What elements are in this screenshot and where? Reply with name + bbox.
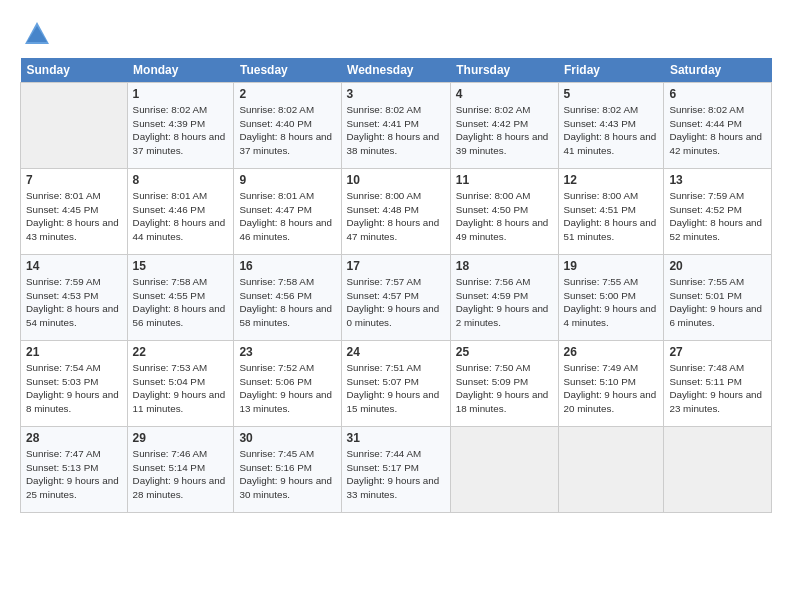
day-info: Sunrise: 8:01 AMSunset: 4:46 PMDaylight:… xyxy=(133,189,229,244)
calendar-cell: 15Sunrise: 7:58 AMSunset: 4:55 PMDayligh… xyxy=(127,255,234,341)
calendar-cell: 1Sunrise: 8:02 AMSunset: 4:39 PMDaylight… xyxy=(127,83,234,169)
day-info: Sunrise: 8:00 AMSunset: 4:50 PMDaylight:… xyxy=(456,189,553,244)
day-number: 4 xyxy=(456,87,553,101)
week-row-1: 1Sunrise: 8:02 AMSunset: 4:39 PMDaylight… xyxy=(21,83,772,169)
calendar-cell: 7Sunrise: 8:01 AMSunset: 4:45 PMDaylight… xyxy=(21,169,128,255)
calendar-cell: 30Sunrise: 7:45 AMSunset: 5:16 PMDayligh… xyxy=(234,427,341,513)
day-info: Sunrise: 8:01 AMSunset: 4:45 PMDaylight:… xyxy=(26,189,122,244)
day-info: Sunrise: 8:01 AMSunset: 4:47 PMDaylight:… xyxy=(239,189,335,244)
day-number: 31 xyxy=(347,431,445,445)
day-number: 29 xyxy=(133,431,229,445)
day-number: 23 xyxy=(239,345,335,359)
day-number: 17 xyxy=(347,259,445,273)
day-info: Sunrise: 7:49 AMSunset: 5:10 PMDaylight:… xyxy=(564,361,659,416)
day-info: Sunrise: 7:56 AMSunset: 4:59 PMDaylight:… xyxy=(456,275,553,330)
calendar-cell: 9Sunrise: 8:01 AMSunset: 4:47 PMDaylight… xyxy=(234,169,341,255)
day-number: 6 xyxy=(669,87,766,101)
calendar-cell xyxy=(558,427,664,513)
day-info: Sunrise: 7:51 AMSunset: 5:07 PMDaylight:… xyxy=(347,361,445,416)
col-header-sunday: Sunday xyxy=(21,58,128,83)
day-info: Sunrise: 7:47 AMSunset: 5:13 PMDaylight:… xyxy=(26,447,122,502)
day-number: 24 xyxy=(347,345,445,359)
day-info: Sunrise: 8:00 AMSunset: 4:51 PMDaylight:… xyxy=(564,189,659,244)
calendar-cell: 16Sunrise: 7:58 AMSunset: 4:56 PMDayligh… xyxy=(234,255,341,341)
week-row-3: 14Sunrise: 7:59 AMSunset: 4:53 PMDayligh… xyxy=(21,255,772,341)
day-info: Sunrise: 7:53 AMSunset: 5:04 PMDaylight:… xyxy=(133,361,229,416)
logo xyxy=(20,20,51,48)
calendar-table: SundayMondayTuesdayWednesdayThursdayFrid… xyxy=(20,58,772,513)
day-number: 1 xyxy=(133,87,229,101)
day-info: Sunrise: 7:57 AMSunset: 4:57 PMDaylight:… xyxy=(347,275,445,330)
calendar-cell: 20Sunrise: 7:55 AMSunset: 5:01 PMDayligh… xyxy=(664,255,772,341)
day-info: Sunrise: 7:59 AMSunset: 4:52 PMDaylight:… xyxy=(669,189,766,244)
day-number: 15 xyxy=(133,259,229,273)
day-info: Sunrise: 8:02 AMSunset: 4:42 PMDaylight:… xyxy=(456,103,553,158)
day-number: 19 xyxy=(564,259,659,273)
calendar-cell: 31Sunrise: 7:44 AMSunset: 5:17 PMDayligh… xyxy=(341,427,450,513)
day-number: 14 xyxy=(26,259,122,273)
day-info: Sunrise: 7:58 AMSunset: 4:56 PMDaylight:… xyxy=(239,275,335,330)
day-number: 26 xyxy=(564,345,659,359)
week-row-5: 28Sunrise: 7:47 AMSunset: 5:13 PMDayligh… xyxy=(21,427,772,513)
calendar-cell: 10Sunrise: 8:00 AMSunset: 4:48 PMDayligh… xyxy=(341,169,450,255)
day-number: 13 xyxy=(669,173,766,187)
day-number: 22 xyxy=(133,345,229,359)
calendar-cell: 22Sunrise: 7:53 AMSunset: 5:04 PMDayligh… xyxy=(127,341,234,427)
calendar-cell: 19Sunrise: 7:55 AMSunset: 5:00 PMDayligh… xyxy=(558,255,664,341)
col-header-thursday: Thursday xyxy=(450,58,558,83)
week-row-4: 21Sunrise: 7:54 AMSunset: 5:03 PMDayligh… xyxy=(21,341,772,427)
col-header-wednesday: Wednesday xyxy=(341,58,450,83)
day-number: 20 xyxy=(669,259,766,273)
col-header-monday: Monday xyxy=(127,58,234,83)
day-number: 30 xyxy=(239,431,335,445)
calendar-cell: 13Sunrise: 7:59 AMSunset: 4:52 PMDayligh… xyxy=(664,169,772,255)
day-info: Sunrise: 8:02 AMSunset: 4:41 PMDaylight:… xyxy=(347,103,445,158)
svg-marker-1 xyxy=(27,26,47,42)
calendar-cell: 24Sunrise: 7:51 AMSunset: 5:07 PMDayligh… xyxy=(341,341,450,427)
calendar-cell xyxy=(21,83,128,169)
day-info: Sunrise: 7:46 AMSunset: 5:14 PMDaylight:… xyxy=(133,447,229,502)
col-header-saturday: Saturday xyxy=(664,58,772,83)
calendar-cell: 12Sunrise: 8:00 AMSunset: 4:51 PMDayligh… xyxy=(558,169,664,255)
day-info: Sunrise: 7:58 AMSunset: 4:55 PMDaylight:… xyxy=(133,275,229,330)
col-header-friday: Friday xyxy=(558,58,664,83)
day-info: Sunrise: 7:52 AMSunset: 5:06 PMDaylight:… xyxy=(239,361,335,416)
day-number: 8 xyxy=(133,173,229,187)
day-number: 12 xyxy=(564,173,659,187)
col-header-tuesday: Tuesday xyxy=(234,58,341,83)
calendar-cell: 3Sunrise: 8:02 AMSunset: 4:41 PMDaylight… xyxy=(341,83,450,169)
day-number: 10 xyxy=(347,173,445,187)
header xyxy=(20,16,772,48)
calendar-cell: 18Sunrise: 7:56 AMSunset: 4:59 PMDayligh… xyxy=(450,255,558,341)
day-info: Sunrise: 7:44 AMSunset: 5:17 PMDaylight:… xyxy=(347,447,445,502)
calendar-cell: 28Sunrise: 7:47 AMSunset: 5:13 PMDayligh… xyxy=(21,427,128,513)
calendar-cell xyxy=(450,427,558,513)
day-number: 25 xyxy=(456,345,553,359)
day-number: 27 xyxy=(669,345,766,359)
day-number: 11 xyxy=(456,173,553,187)
calendar-cell: 5Sunrise: 8:02 AMSunset: 4:43 PMDaylight… xyxy=(558,83,664,169)
day-number: 5 xyxy=(564,87,659,101)
calendar-cell: 4Sunrise: 8:02 AMSunset: 4:42 PMDaylight… xyxy=(450,83,558,169)
calendar-cell: 14Sunrise: 7:59 AMSunset: 4:53 PMDayligh… xyxy=(21,255,128,341)
day-info: Sunrise: 8:02 AMSunset: 4:39 PMDaylight:… xyxy=(133,103,229,158)
day-info: Sunrise: 8:02 AMSunset: 4:44 PMDaylight:… xyxy=(669,103,766,158)
day-number: 21 xyxy=(26,345,122,359)
calendar-cell xyxy=(664,427,772,513)
day-number: 2 xyxy=(239,87,335,101)
calendar-cell: 29Sunrise: 7:46 AMSunset: 5:14 PMDayligh… xyxy=(127,427,234,513)
day-info: Sunrise: 7:50 AMSunset: 5:09 PMDaylight:… xyxy=(456,361,553,416)
calendar-cell: 26Sunrise: 7:49 AMSunset: 5:10 PMDayligh… xyxy=(558,341,664,427)
calendar-cell: 17Sunrise: 7:57 AMSunset: 4:57 PMDayligh… xyxy=(341,255,450,341)
day-number: 16 xyxy=(239,259,335,273)
calendar-cell: 11Sunrise: 8:00 AMSunset: 4:50 PMDayligh… xyxy=(450,169,558,255)
day-info: Sunrise: 8:00 AMSunset: 4:48 PMDaylight:… xyxy=(347,189,445,244)
calendar-cell: 27Sunrise: 7:48 AMSunset: 5:11 PMDayligh… xyxy=(664,341,772,427)
day-info: Sunrise: 7:45 AMSunset: 5:16 PMDaylight:… xyxy=(239,447,335,502)
day-info: Sunrise: 8:02 AMSunset: 4:40 PMDaylight:… xyxy=(239,103,335,158)
calendar-cell: 25Sunrise: 7:50 AMSunset: 5:09 PMDayligh… xyxy=(450,341,558,427)
day-number: 28 xyxy=(26,431,122,445)
calendar-page: SundayMondayTuesdayWednesdayThursdayFrid… xyxy=(0,0,792,612)
calendar-header-row: SundayMondayTuesdayWednesdayThursdayFrid… xyxy=(21,58,772,83)
week-row-2: 7Sunrise: 8:01 AMSunset: 4:45 PMDaylight… xyxy=(21,169,772,255)
